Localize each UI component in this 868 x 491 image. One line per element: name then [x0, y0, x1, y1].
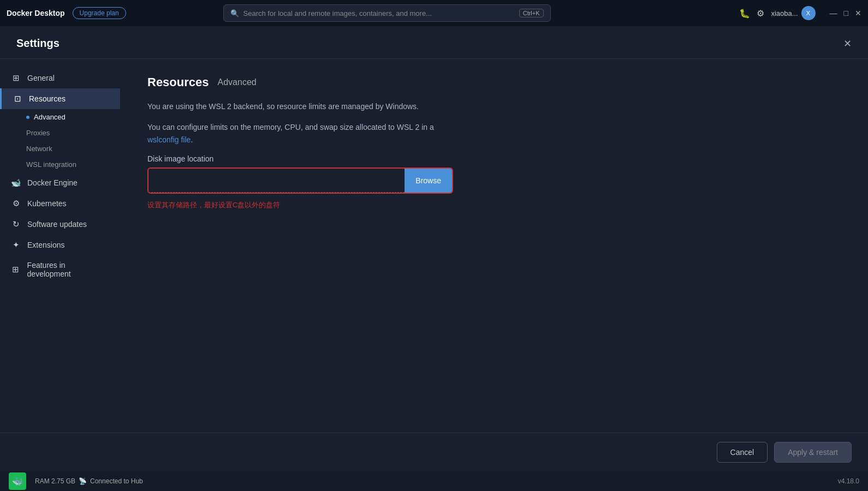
sidebar-label-general: General — [27, 74, 55, 82]
desc-wsl: You are using the WSL 2 backend, so reso… — [147, 100, 464, 112]
browse-button[interactable]: Browse — [405, 169, 452, 193]
sidebar-sub-label-wsl: WSL integration — [26, 160, 76, 169]
titlebar: Docker Desktop Upgrade plan 🔍 Search for… — [0, 0, 868, 26]
app-name: Docker Desktop — [7, 9, 65, 17]
desc-configure-text: You can configure limits on the memory, … — [147, 123, 434, 131]
cancel-button[interactable]: Cancel — [717, 442, 768, 463]
sidebar-label-kubernetes: Kubernetes — [27, 199, 67, 208]
wslconfig-link[interactable]: wslconfig file — [147, 135, 191, 144]
search-bar[interactable]: 🔍 Search for local and remote images, co… — [223, 4, 551, 22]
bottombar: 🐳 RAM 2.75 GB 📡 Connected to Hub v4.18.0 — [0, 471, 868, 491]
search-placeholder: Search for local and remote images, cont… — [243, 9, 515, 17]
hub-status: Connected to Hub — [90, 477, 143, 485]
sidebar-label-resources: Resources — [29, 94, 66, 103]
settings-close-button[interactable]: ✕ — [843, 38, 852, 50]
upgrade-button[interactable]: Upgrade plan — [73, 7, 126, 19]
desc-configure: You can configure limits on the memory, … — [147, 121, 464, 146]
sidebar-item-resources[interactable]: ⊡ Resources — [0, 88, 120, 109]
close-window-button[interactable]: ✕ — [855, 9, 861, 17]
settings-icon[interactable]: ⚙ — [757, 8, 764, 19]
content-title: Resources — [147, 75, 209, 89]
sidebar-item-general[interactable]: ⊞ General — [0, 68, 120, 88]
sidebar-sub-resources: Advanced Proxies Network WSL integration — [0, 109, 120, 172]
sidebar-sub-label-network: Network — [26, 145, 52, 153]
sidebar-item-features-development[interactable]: ⊞ Features in development — [0, 255, 120, 284]
hint-text: 设置其存储路径，最好设置C盘以外的盘符 — [147, 200, 841, 210]
content-heading: Resources Advanced — [147, 75, 841, 89]
general-icon: ⊞ — [11, 73, 21, 83]
desc-suffix: . — [191, 135, 193, 144]
sidebar-sub-label-proxies: Proxies — [26, 129, 50, 137]
docker-engine-icon: 🐋 — [11, 178, 21, 188]
disk-image-label: Disk image location — [147, 154, 841, 163]
settings-title: Settings — [16, 37, 60, 50]
bug-icon[interactable]: 🐛 — [739, 8, 750, 19]
sidebar-item-docker-engine[interactable]: 🐋 Docker Engine — [0, 172, 120, 193]
username: xiaoba... — [771, 9, 798, 17]
sidebar-label-features: Features in development — [27, 261, 109, 278]
sidebar-sub-network[interactable]: Network — [26, 141, 120, 157]
sidebar-label-docker-engine: Docker Engine — [27, 178, 78, 187]
content-subtitle: Advanced — [218, 77, 257, 87]
docker-whale-icon: 🐳 — [9, 472, 26, 490]
version-label: v4.18.0 — [838, 477, 859, 485]
resources-icon: ⊡ — [13, 94, 22, 104]
main-content: Resources Advanced You are using the WSL… — [120, 59, 868, 433]
extensions-icon: ✦ — [11, 240, 21, 250]
sidebar-item-kubernetes[interactable]: ⚙ Kubernetes — [0, 193, 120, 214]
sidebar-label-extensions: Extensions — [27, 241, 64, 249]
sidebar-sub-wsl[interactable]: WSL integration — [26, 157, 120, 172]
search-shortcut: Ctrl+K — [519, 9, 544, 17]
settings-footer: Cancel Apply & restart — [0, 433, 868, 471]
disk-location-input[interactable] — [148, 169, 405, 193]
search-icon: 🔍 — [230, 9, 239, 17]
active-dot — [26, 116, 29, 119]
apply-restart-button[interactable]: Apply & restart — [774, 442, 852, 463]
sidebar: ⊞ General ⊡ Resources Advanced Proxies N… — [0, 59, 120, 433]
maximize-button[interactable]: □ — [844, 9, 848, 17]
hub-icon: 📡 — [79, 477, 87, 485]
features-icon: ⊞ — [11, 265, 21, 274]
ram-status: RAM 2.75 GB — [35, 477, 75, 485]
sidebar-label-software-updates: Software updates — [27, 220, 87, 229]
settings-header: Settings ✕ — [0, 26, 868, 59]
avatar: X — [801, 6, 816, 20]
disk-location-row: Browse — [147, 167, 453, 194]
settings-body: ⊞ General ⊡ Resources Advanced Proxies N… — [0, 59, 868, 433]
software-updates-icon: ↻ — [11, 219, 21, 229]
sidebar-sub-advanced[interactable]: Advanced — [26, 109, 120, 125]
window-controls: — □ ✕ — [830, 9, 861, 17]
status-bar: RAM 2.75 GB 📡 Connected to Hub — [35, 477, 143, 485]
sidebar-item-extensions[interactable]: ✦ Extensions — [0, 235, 120, 255]
sidebar-item-software-updates[interactable]: ↻ Software updates — [0, 214, 120, 235]
titlebar-actions: 🐛 ⚙ xiaoba... X — [739, 6, 815, 20]
minimize-button[interactable]: — — [830, 9, 837, 17]
sidebar-sub-proxies[interactable]: Proxies — [26, 125, 120, 141]
sidebar-sub-label-advanced: Advanced — [34, 113, 66, 121]
kubernetes-icon: ⚙ — [11, 199, 21, 208]
settings-container: Settings ✕ ⊞ General ⊡ Resources Advance… — [0, 26, 868, 471]
user-menu[interactable]: xiaoba... X — [771, 6, 815, 20]
